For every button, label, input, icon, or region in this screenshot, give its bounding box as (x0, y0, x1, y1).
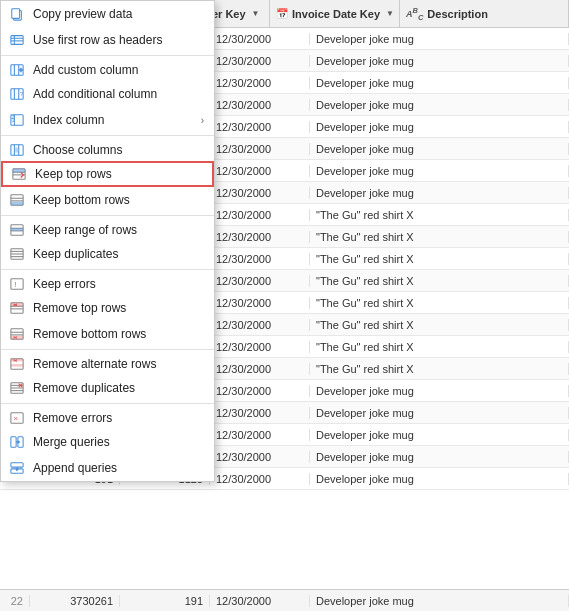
menu-label-add-conditional-col: Add conditional column (33, 87, 204, 101)
svg-rect-26 (13, 169, 25, 173)
cell-date: 12/30/2000 (210, 187, 310, 199)
cell-date: 12/30/2000 (210, 165, 310, 177)
menu-label-remove-errors: Remove errors (33, 411, 204, 425)
menu-icon-choose-cols (9, 142, 25, 158)
menu-icon-remove-dup (9, 380, 25, 396)
dropdown-icon-invoice: ▼ (386, 9, 394, 18)
cell-desc: Developer joke mug (310, 407, 569, 419)
menu-item-remove-errors[interactable]: × Remove errors (1, 403, 214, 429)
menu-label-remove-alt-rows: Remove alternate rows (33, 357, 204, 371)
col-header-invoice-date[interactable]: 📅 Invoice Date Key ▼ (270, 0, 400, 27)
svg-rect-55 (11, 364, 23, 367)
svg-rect-22 (15, 147, 18, 152)
menu-item-keep-top-rows[interactable]: Keep top rows (1, 161, 214, 187)
menu-icon-keep-bottom (9, 192, 25, 208)
cell-desc: Developer joke mug (310, 385, 569, 397)
menu-item-choose-cols[interactable]: Choose columns (1, 135, 214, 161)
cell-desc: Developer joke mug (310, 143, 569, 155)
cell-date: 12/30/2000 (210, 55, 310, 67)
menu-label-add-custom-col: Add custom column (33, 63, 204, 77)
svg-rect-50 (11, 336, 23, 340)
menu-item-remove-top-rows[interactable]: Remove top rows (1, 295, 214, 321)
menu-label-keep-duplicates: Keep duplicates (33, 247, 204, 261)
menu-label-keep-range-rows: Keep range of rows (33, 223, 204, 237)
cell-date: 12/30/2000 (210, 121, 310, 133)
menu-item-use-first-row[interactable]: Use first row as headers (1, 27, 214, 53)
cell-date: 12/30/2000 (210, 429, 310, 441)
bottom-cell-date: 12/30/2000 (210, 595, 310, 607)
col-label-desc: Description (427, 8, 488, 20)
svg-marker-69 (18, 440, 21, 444)
svg-rect-70 (11, 463, 23, 467)
menu-item-copy-preview[interactable]: Copy preview data (1, 1, 214, 27)
cell-date: 12/30/2000 (210, 231, 310, 243)
cell-date: 12/30/2000 (210, 385, 310, 397)
svg-text:2: 2 (11, 113, 15, 120)
cell-desc: Developer joke mug (310, 165, 569, 177)
svg-rect-1 (12, 9, 20, 19)
cell-date: 12/30/2000 (210, 451, 310, 463)
menu-icon-remove-top (9, 300, 25, 316)
cell-date: 12/30/2000 (210, 77, 310, 89)
menu-icon-append (9, 460, 25, 476)
menu-item-keep-duplicates[interactable]: Keep duplicates (1, 241, 214, 267)
cell-date: 12/30/2000 (210, 319, 310, 331)
cell-date: 12/30/2000 (210, 473, 310, 485)
svg-rect-34 (11, 228, 23, 231)
svg-rect-30 (11, 202, 23, 206)
menu-icon-remove-err: × (9, 410, 25, 426)
bottom-cell-desc: Developer joke mug (310, 595, 569, 607)
bottom-cell-customer: 191 (120, 595, 210, 607)
menu-label-append-queries: Append queries (33, 461, 204, 475)
menu-item-keep-range-rows[interactable]: Keep range of rows (1, 215, 214, 241)
bottom-cell-sale: 3730261 (30, 595, 120, 607)
menu-icon-keep-range (9, 222, 25, 238)
menu-item-remove-alt-rows[interactable]: Remove alternate rows (1, 349, 214, 375)
svg-rect-66 (11, 437, 16, 448)
context-menu: Copy preview data Use first row as heade… (0, 0, 215, 482)
calendar-icon: 📅 (276, 8, 288, 19)
svg-rect-39 (11, 278, 23, 289)
menu-label-keep-top-rows: Keep top rows (35, 167, 202, 181)
menu-label-use-first-row: Use first row as headers (33, 33, 204, 47)
svg-text:!: ! (14, 279, 16, 288)
cell-date: 12/30/2000 (210, 99, 310, 111)
cell-date: 12/30/2000 (210, 209, 310, 221)
menu-item-append-queries[interactable]: Append queries (1, 455, 214, 481)
svg-text:×: × (14, 413, 19, 422)
menu-icon-keep-top (11, 166, 27, 182)
cell-desc: Developer joke mug (310, 77, 569, 89)
menu-icon-row-headers (9, 32, 25, 48)
menu-item-keep-bottom-rows[interactable]: Keep bottom rows (1, 187, 214, 213)
cell-desc: "The Gu" red shirt X (310, 341, 569, 353)
menu-icon-keep-err: ! (9, 276, 25, 292)
cell-desc: Developer joke mug (310, 473, 569, 485)
cell-date: 12/30/2000 (210, 407, 310, 419)
menu-label-remove-top-rows: Remove top rows (33, 301, 204, 315)
menu-label-remove-duplicates: Remove duplicates (33, 381, 204, 395)
menu-item-add-custom-col[interactable]: Add custom column (1, 55, 214, 81)
menu-item-remove-bottom-rows[interactable]: Remove bottom rows (1, 321, 214, 347)
menu-label-merge-queries: Merge queries (33, 435, 204, 449)
menu-item-remove-duplicates[interactable]: Remove duplicates (1, 375, 214, 401)
menu-icon-index-col: 12 (9, 112, 25, 128)
cell-date: 12/30/2000 (210, 143, 310, 155)
cell-desc: Developer joke mug (310, 451, 569, 463)
cell-desc: "The Gu" red shirt X (310, 275, 569, 287)
menu-label-choose-cols: Choose columns (33, 143, 204, 157)
cell-desc: Developer joke mug (310, 55, 569, 67)
menu-icon-conditional-col: ? (9, 86, 25, 102)
menu-item-index-col[interactable]: 12 Index column › (1, 107, 214, 133)
cell-desc: Developer joke mug (310, 429, 569, 441)
cell-date: 12/30/2000 (210, 341, 310, 353)
cell-desc: "The Gu" red shirt X (310, 231, 569, 243)
col-header-description[interactable]: ABC Description (400, 0, 569, 27)
cell-desc: "The Gu" red shirt X (310, 209, 569, 221)
menu-item-merge-queries[interactable]: Merge queries (1, 429, 214, 455)
submenu-arrow: › (201, 115, 204, 126)
cell-date: 12/30/2000 (210, 297, 310, 309)
menu-item-keep-errors[interactable]: ! Keep errors (1, 269, 214, 295)
type-icon-desc: ABC (406, 6, 423, 22)
menu-item-add-conditional-col[interactable]: ? Add conditional column (1, 81, 214, 107)
menu-icon-custom-col (9, 62, 25, 78)
